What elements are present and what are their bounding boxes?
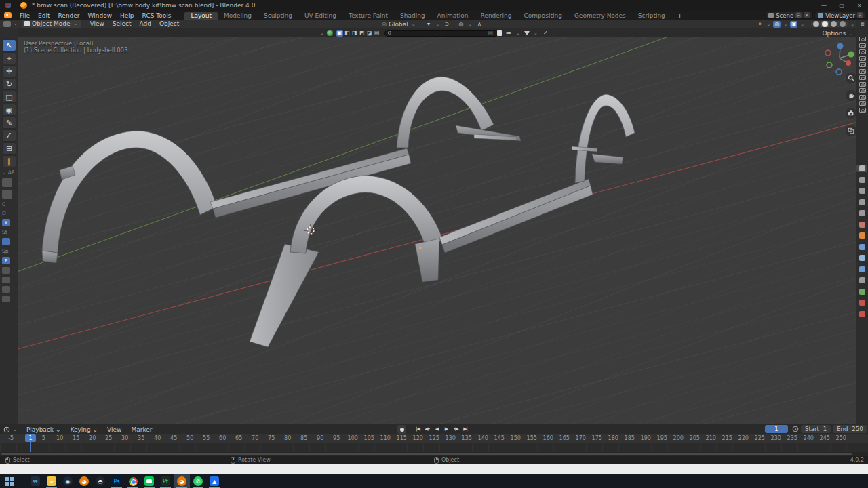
- gizmos-dropdown-icon[interactable]: ⌄: [767, 22, 771, 27]
- mesh-arch-center-leg[interactable]: [415, 239, 439, 282]
- tool-button[interactable]: ◉: [2, 104, 16, 116]
- camera-view-button[interactable]: [846, 108, 856, 119]
- show-gizmos-icon[interactable]: ⌖: [757, 21, 764, 28]
- menu-item[interactable]: Edit: [34, 12, 54, 19]
- workspace-tab[interactable]: Rendering: [475, 12, 518, 20]
- tool-settings-chevron-icon[interactable]: ⌄: [320, 30, 324, 36]
- workspace-tab[interactable]: Layout: [184, 12, 218, 20]
- timeline-editor-dropdown-icon[interactable]: ⌄: [13, 427, 17, 432]
- select-mode-button[interactable]: ▣: [336, 30, 343, 37]
- select-mode-button[interactable]: ◪: [366, 30, 373, 37]
- taskbar-app-button[interactable]: ◉: [60, 474, 76, 488]
- mode-selector[interactable]: Object Mode ⌄: [22, 20, 82, 28]
- shading-mode-button[interactable]: [821, 21, 829, 27]
- side-panel-item[interactable]: [2, 238, 10, 245]
- navigation-gizmo[interactable]: [822, 41, 856, 76]
- xray-toggle-icon[interactable]: ▣: [790, 21, 797, 28]
- taskbar-app-button[interactable]: ▲: [206, 474, 222, 488]
- side-panel-item[interactable]: X: [2, 219, 10, 226]
- transport-button[interactable]: ◀•: [423, 425, 431, 433]
- side-panel-item[interactable]: [2, 277, 10, 283]
- properties-tab[interactable]: [856, 176, 867, 184]
- outliner-object-row[interactable]: [856, 56, 868, 61]
- outliner-object-row[interactable]: [856, 75, 868, 80]
- taskbar-app-button[interactable]: ▰: [43, 474, 60, 488]
- menu-item[interactable]: Help: [116, 12, 138, 19]
- properties-tab[interactable]: [856, 187, 867, 195]
- show-overlays-icon[interactable]: ◎: [773, 21, 781, 28]
- side-panel-item[interactable]: P: [2, 257, 10, 264]
- properties-tab[interactable]: [856, 221, 867, 228]
- viewport-menu-item[interactable]: Object: [155, 20, 183, 27]
- properties-tab[interactable]: [856, 165, 867, 172]
- tool-button[interactable]: ↖: [2, 39, 16, 52]
- shading-dropdown-icon[interactable]: ⌄: [850, 22, 854, 27]
- viewport-menu-item[interactable]: View: [85, 20, 108, 27]
- workspace-tab[interactable]: Modeling: [218, 12, 258, 20]
- workspace-tab[interactable]: Geometry Nodes: [568, 12, 632, 20]
- workspace-tab[interactable]: UV Editing: [298, 12, 342, 20]
- viewlayer-selector[interactable]: ViewLayer ⎘: [814, 12, 867, 19]
- tool-button[interactable]: ∠: [2, 129, 16, 142]
- taskbar-app-button[interactable]: ◓: [92, 474, 108, 488]
- material-sphere-icon[interactable]: [327, 30, 333, 36]
- menu-item[interactable]: RCS Tools: [138, 12, 176, 19]
- side-panel-item[interactable]: Sp: [2, 248, 9, 254]
- auto-keying-button[interactable]: [397, 425, 406, 434]
- new-viewlayer-icon[interactable]: ⎘: [857, 12, 863, 18]
- mesh-arch-left-foot[interactable]: [42, 251, 58, 263]
- orientation-dropdown-icon[interactable]: ⌄: [412, 22, 416, 27]
- outliner-object-row[interactable]: [856, 82, 868, 87]
- workspace-tab[interactable]: Sculpting: [258, 12, 298, 20]
- search-input[interactable]: [395, 30, 496, 36]
- shading-mode-button[interactable]: [838, 21, 847, 27]
- playhead-line[interactable]: [30, 442, 31, 452]
- menu-item[interactable]: File: [16, 12, 34, 19]
- outliner-object-row[interactable]: [856, 43, 868, 48]
- snap-dropdown-icon[interactable]: ⌄: [436, 22, 440, 27]
- side-panel-item[interactable]: [2, 267, 10, 274]
- taskbar-app-button[interactable]: 🖳: [27, 474, 43, 488]
- select-mode-button[interactable]: ◨: [351, 30, 358, 37]
- timeline-tracks[interactable]: [0, 443, 868, 452]
- add-workspace-button[interactable]: +: [671, 12, 689, 20]
- timeline-ruler[interactable]: -551015202530354045505560657075808590951…: [0, 434, 868, 443]
- select-mode-button[interactable]: ▤: [374, 30, 380, 37]
- timeline-menu-item[interactable]: Playback ⌄: [22, 426, 65, 433]
- playhead-frame-chip[interactable]: 1: [25, 434, 36, 442]
- orientation-label[interactable]: Global: [389, 21, 408, 28]
- gizmo-y-neg[interactable]: [827, 62, 832, 68]
- taskbar-app-button[interactable]: [141, 474, 157, 488]
- tool-button[interactable]: ∥: [2, 155, 16, 167]
- proportional-dropdown-icon[interactable]: ⌄: [468, 22, 472, 27]
- filter-dropdown-icon[interactable]: ⌄: [534, 30, 538, 36]
- zoom-view-button[interactable]: [846, 73, 856, 83]
- transport-button[interactable]: •▶: [452, 425, 460, 433]
- properties-tab[interactable]: [856, 310, 867, 318]
- menu-item[interactable]: Window: [84, 12, 117, 19]
- proportional-editing-icon[interactable]: ◎: [457, 21, 465, 28]
- falloff-icon[interactable]: ∧: [475, 21, 483, 28]
- scene-selector[interactable]: Scene ⎘ ✕: [765, 12, 813, 19]
- end-frame-field[interactable]: End 250: [833, 425, 867, 433]
- blender-menu-icon[interactable]: [4, 12, 12, 18]
- select-mode-button[interactable]: ◧: [344, 30, 351, 37]
- taskbar-app-button[interactable]: ◕: [76, 474, 92, 488]
- gizmo-y-axis[interactable]: [848, 52, 854, 58]
- side-panel-item[interactable]: [2, 190, 12, 199]
- transport-button[interactable]: ▶|: [461, 425, 469, 433]
- snap-target-icon[interactable]: ▾: [425, 21, 433, 28]
- workspace-tab[interactable]: Compositing: [517, 12, 568, 20]
- side-panel-item[interactable]: D: [2, 210, 6, 216]
- tool-button[interactable]: ◱: [2, 91, 16, 103]
- outliner-object-row[interactable]: [856, 37, 868, 41]
- select-mode-button[interactable]: ◩: [359, 30, 366, 37]
- side-panel-item[interactable]: [2, 178, 12, 187]
- workspace-tab[interactable]: Shading: [394, 12, 431, 20]
- outliner-header-icon[interactable]: ≣: [856, 20, 868, 28]
- properties-tab[interactable]: [856, 266, 867, 273]
- display-mode-dropdown-icon[interactable]: ⌄: [516, 30, 520, 36]
- options-dropdown[interactable]: Options ⌄: [823, 30, 854, 37]
- unlink-scene-icon[interactable]: ✕: [804, 12, 810, 18]
- pan-view-button[interactable]: [846, 90, 856, 101]
